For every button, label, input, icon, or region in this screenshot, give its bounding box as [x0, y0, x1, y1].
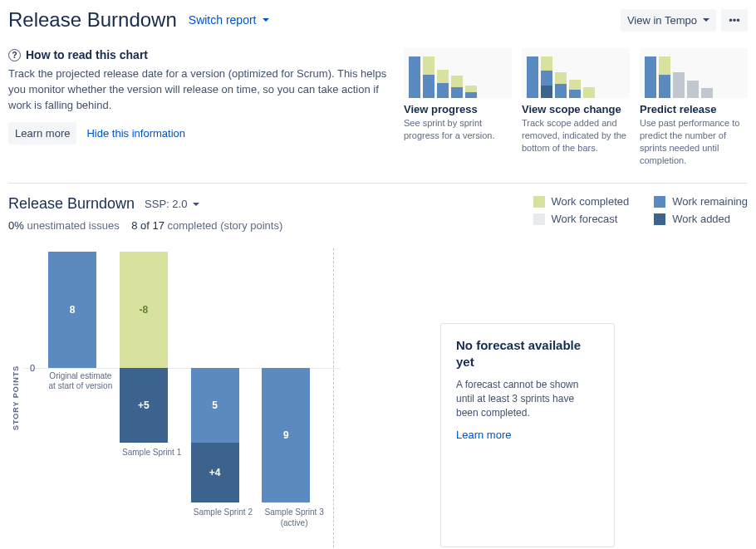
card-desc: Track scope added and removed, indicated…	[522, 117, 630, 154]
card-chart-3	[640, 48, 748, 98]
swatch-added-icon	[654, 213, 665, 225]
header-left: Release Burndown Switch report	[8, 8, 269, 32]
subheader: Release Burndown SSP: 2.0 0% unestimated…	[8, 195, 748, 232]
card-chart-1	[404, 48, 512, 98]
version-label: SSP: 2.0	[145, 198, 187, 210]
bar-s2-remaining: 5	[191, 368, 239, 443]
col-label-s2: Sample Sprint 2	[191, 507, 256, 518]
y-axis-label: STORY POINTS	[8, 248, 23, 547]
forecast-title: No forecast available yet	[456, 337, 599, 370]
info-heading: ? How to read this chart	[8, 48, 387, 61]
plot: 0 8 Original estimate at start of versio…	[23, 248, 341, 547]
card-desc: See sprint by sprint progress for a vers…	[404, 117, 512, 142]
card-title: View progress	[404, 103, 512, 115]
more-button[interactable]: •••	[721, 9, 748, 32]
card-desc: Use past performance to predict the numb…	[640, 117, 748, 166]
col-label-s1: Sample Sprint 1	[120, 448, 184, 458]
bar-s2-added: +4	[191, 443, 239, 502]
legend-added: Work added	[654, 213, 748, 225]
completed-label: completed (story points)	[168, 219, 283, 232]
legend-remaining-label: Work remaining	[672, 195, 748, 208]
info-cards: View progress See sprint by sprint progr…	[404, 48, 748, 166]
bar-s1-added: +5	[120, 368, 168, 443]
col-sprint-3: 9 Sample Sprint 3 (active)	[262, 248, 326, 547]
switch-report-label: Switch report	[189, 13, 257, 27]
section-divider	[8, 183, 748, 184]
unestimated-label: unestimated issues	[27, 219, 119, 232]
card-chart-2	[522, 48, 630, 98]
card-title: View scope change	[522, 103, 630, 115]
col-label-s3: Sample Sprint 3 (active)	[262, 507, 326, 528]
card-title: Predict release	[640, 103, 748, 115]
info-desc: Track the projected release date for a v…	[8, 66, 387, 114]
bar-s3-remaining: 9	[262, 368, 310, 502]
legend-forecast-label: Work forecast	[552, 213, 618, 225]
switch-report-link[interactable]: Switch report	[189, 13, 269, 27]
col-label-original: Original estimate at start of version	[48, 371, 113, 392]
swatch-completed-icon	[533, 196, 545, 208]
card-view-scope: View scope change Track scope added and …	[522, 48, 630, 166]
chart-legend: Work completed Work remaining Work forec…	[533, 195, 748, 225]
forecast-desc: A forecast cannot be shown until at leas…	[456, 378, 599, 419]
version-select[interactable]: SSP: 2.0	[145, 198, 199, 210]
more-icon: •••	[729, 14, 740, 27]
hide-info-link[interactable]: Hide this information	[86, 127, 185, 140]
info-row: ? How to read this chart Track the proje…	[8, 48, 748, 166]
learn-more-button[interactable]: Learn more	[8, 122, 76, 145]
bar-original-remaining: 8	[48, 252, 96, 368]
page-header: Release Burndown Switch report View in T…	[8, 8, 748, 32]
legend-completed: Work completed	[533, 195, 630, 208]
unestimated-pct: 0%	[8, 219, 24, 232]
columns: 8 Original estimate at start of version …	[23, 248, 341, 547]
chart-plot-area: STORY POINTS 0 8 Original estimate at st…	[8, 248, 341, 547]
view-in-tempo-button[interactable]: View in Tempo	[621, 9, 716, 32]
header-right: View in Tempo •••	[621, 9, 748, 32]
forecast-divider	[333, 248, 334, 547]
info-buttons: Learn more Hide this information	[8, 122, 387, 145]
swatch-remaining-icon	[654, 196, 665, 208]
col-sprint-2: 5 +4 Sample Sprint 2	[191, 248, 256, 547]
legend-completed-label: Work completed	[552, 195, 630, 208]
bar-s1-completed: -8	[120, 252, 168, 368]
info-heading-text: How to read this chart	[26, 48, 148, 61]
legend-forecast: Work forecast	[533, 213, 630, 225]
view-in-tempo-label: View in Tempo	[627, 14, 697, 27]
stats-line: 0% unestimated issues 8 of 17 completed …	[8, 219, 282, 232]
sub-title: Release Burndown	[8, 195, 135, 213]
legend-added-label: Work added	[672, 213, 730, 225]
forecast-learn-more-link[interactable]: Learn more	[456, 429, 511, 441]
col-original: 8 Original estimate at start of version	[48, 248, 113, 547]
legend-remaining: Work remaining	[654, 195, 748, 208]
card-view-progress: View progress See sprint by sprint progr…	[404, 48, 512, 166]
card-predict: Predict release Use past performance to …	[640, 48, 748, 166]
release-chart: STORY POINTS 0 8 Original estimate at st…	[8, 248, 748, 547]
page-title: Release Burndown	[8, 8, 177, 32]
swatch-forecast-icon	[533, 213, 545, 225]
info-icon: ?	[8, 49, 21, 61]
subheader-left: Release Burndown SSP: 2.0 0% unestimated…	[8, 195, 282, 232]
forecast-panel: No forecast available yet A forecast can…	[440, 323, 615, 547]
col-sprint-1: -8 +5 Sample Sprint 1	[120, 248, 184, 547]
completed-count: 8 of 17	[131, 219, 164, 232]
info-text: ? How to read this chart Track the proje…	[8, 48, 387, 145]
